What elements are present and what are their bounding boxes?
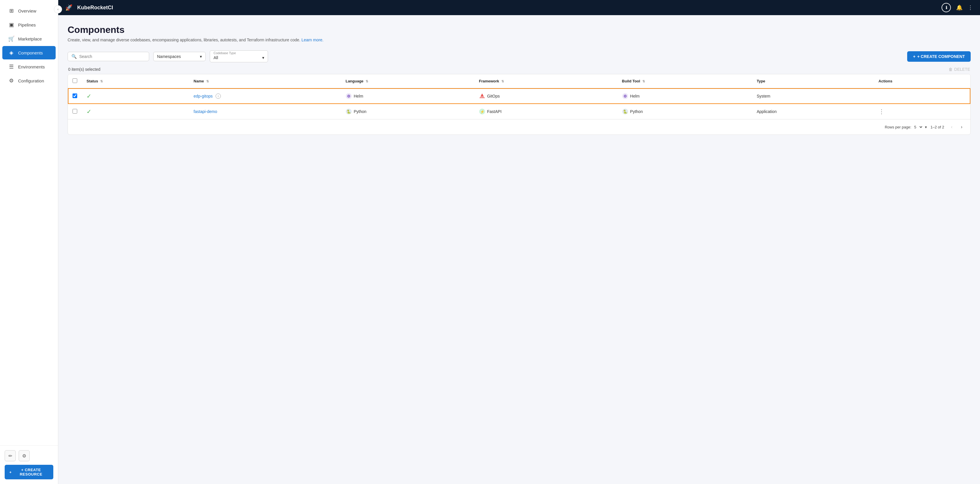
col-status[interactable]: Status ⇅ <box>82 74 189 88</box>
framework-cell-fastapi-demo: ⚡ FastAPI <box>479 108 612 115</box>
chevron-down-icon: ▾ <box>200 54 202 59</box>
framework-value: GitOps <box>487 94 500 98</box>
language-value: Helm <box>354 94 363 98</box>
sort-icon: ⇅ <box>642 79 645 83</box>
sidebar-item-pipelines[interactable]: ▣ Pipelines <box>2 18 56 32</box>
build-tool-cell-edp-gitops: ⚙ Helm <box>622 93 748 99</box>
page-title: Components <box>68 24 970 35</box>
sidebar-item-components[interactable]: ◈ Components <box>2 46 56 59</box>
plus-icon: + <box>10 470 12 474</box>
gear-icon: ⚙ <box>22 453 26 459</box>
chevron-down-icon: ▾ <box>925 125 927 129</box>
sidebar-item-label: Configuration <box>18 78 44 83</box>
search-icon: 🔍 <box>72 54 77 59</box>
type-cell-fastapi-demo: Application <box>752 104 873 119</box>
namespaces-label: Namespaces <box>157 54 181 59</box>
table-row: ✓ edp-gitops i ⚙ Helm GO GitOps ⚙ Helm <box>68 88 970 104</box>
select-all-checkbox[interactable] <box>73 78 77 83</box>
namespaces-dropdown[interactable]: Namespaces ▾ <box>153 52 206 61</box>
sidebar-item-environments[interactable]: ☰ Environments <box>2 60 56 73</box>
build-tool-value: Helm <box>630 94 640 98</box>
framework-cell-edp-gitops: GO GitOps <box>479 93 612 99</box>
row-actions-menu-fastapi-demo[interactable]: ⋮ <box>879 108 885 115</box>
sort-icon: ⇅ <box>501 79 504 83</box>
learn-more-link[interactable]: Learn more. <box>302 38 323 42</box>
sidebar: ‹ ⊞ Overview ▣ Pipelines 🛒 Marketplace ◈… <box>0 0 58 484</box>
sidebar-item-label: Components <box>18 51 43 56</box>
sidebar-nav: ⊞ Overview ▣ Pipelines 🛒 Marketplace ◈ C… <box>0 0 58 445</box>
marketplace-icon: 🛒 <box>8 35 14 42</box>
codebase-type-group: Codebase Type All ▾ <box>210 51 268 62</box>
rows-per-page: Rows per page: 5 10 25 ▾ <box>885 125 927 130</box>
info-icon: ℹ <box>946 5 947 10</box>
row-checkbox-edp-gitops[interactable] <box>73 94 77 98</box>
name-link-edp-gitops[interactable]: edp-gitops <box>194 94 213 98</box>
selected-count: 0 item(s) selected <box>68 67 100 71</box>
type-cell-edp-gitops: System <box>752 88 873 104</box>
configuration-icon: ⚙ <box>8 78 14 84</box>
more-menu-icon[interactable]: ⋮ <box>968 4 973 11</box>
topbar-actions: ℹ 🔔 ⋮ <box>942 3 973 12</box>
col-build-tool[interactable]: Build Tool ⇅ <box>617 74 752 88</box>
logo-icon: 🚀 <box>65 4 73 11</box>
sidebar-item-overview[interactable]: ⊞ Overview <box>2 4 56 17</box>
toolbar: 🔍 Namespaces ▾ Codebase Type All ▾ + + C… <box>68 51 970 62</box>
sidebar-bottom: ✏ ⚙ + + CREATE RESOURCE <box>0 445 58 484</box>
chevron-left-icon: ‹ <box>57 7 59 11</box>
sidebar-item-label: Environments <box>18 64 45 69</box>
components-icon: ◈ <box>8 49 14 56</box>
col-type[interactable]: Type <box>752 74 873 88</box>
bell-icon[interactable]: 🔔 <box>956 4 963 11</box>
table-header-row: Status ⇅ Name ⇅ Language ⇅ Framework <box>68 74 970 88</box>
table-row: ✓ fastapi-demo 🐍 Python ⚡ FastAPI 🐍 Pyth… <box>68 104 970 119</box>
search-input[interactable] <box>79 54 145 59</box>
build-tool-value: Python <box>630 109 643 114</box>
main-wrapper: 🚀 KubeRocketCI ℹ 🔔 ⋮ Components Create, … <box>58 0 980 484</box>
rows-per-page-select[interactable]: 5 10 25 <box>913 125 923 130</box>
name-cell-fastapi-demo: fastapi-demo <box>194 109 336 114</box>
sort-icon: ⇅ <box>366 79 368 83</box>
svg-text:⚙: ⚙ <box>624 94 627 98</box>
page-nav: ‹ › <box>948 123 966 131</box>
main-content: Components Create, view, and manage dive… <box>58 15 980 484</box>
pagination-row: Rows per page: 5 10 25 ▾ 1–2 of 2 ‹ › <box>68 119 970 135</box>
name-cell-edp-gitops: edp-gitops i <box>194 94 336 99</box>
edit-button[interactable]: ✏ <box>5 450 16 461</box>
settings-button[interactable]: ⚙ <box>19 450 30 461</box>
sidebar-item-marketplace[interactable]: 🛒 Marketplace <box>2 32 56 45</box>
topbar: 🚀 KubeRocketCI ℹ 🔔 ⋮ <box>58 0 980 15</box>
prev-page-button[interactable]: ‹ <box>948 123 956 131</box>
col-actions: Actions <box>874 74 970 88</box>
row-checkbox-fastapi-demo[interactable] <box>73 109 77 114</box>
sidebar-item-label: Marketplace <box>18 36 42 41</box>
create-component-button[interactable]: + + CREATE COMPONENT <box>907 51 970 62</box>
col-name[interactable]: Name ⇅ <box>189 74 341 88</box>
delete-button[interactable]: 🗑 DELETE <box>948 67 970 71</box>
col-framework[interactable]: Framework ⇅ <box>474 74 617 88</box>
framework-value: FastAPI <box>487 109 502 114</box>
components-table: Status ⇅ Name ⇅ Language ⇅ Framework <box>68 74 970 119</box>
next-page-button[interactable]: › <box>958 123 966 131</box>
info-icon-edp-gitops[interactable]: i <box>216 94 221 99</box>
create-resource-button[interactable]: + + CREATE RESOURCE <box>5 465 53 479</box>
sort-icon: ⇅ <box>100 79 103 83</box>
svg-text:🐍: 🐍 <box>346 109 352 114</box>
edit-icon: ✏ <box>8 453 12 459</box>
svg-text:⚡: ⚡ <box>480 109 484 114</box>
info-button[interactable]: ℹ <box>942 3 951 12</box>
overview-icon: ⊞ <box>8 8 14 14</box>
sidebar-item-label: Overview <box>18 8 37 13</box>
sort-icon: ⇅ <box>206 79 209 83</box>
pipelines-icon: ▣ <box>8 22 14 28</box>
table-container: Status ⇅ Name ⇅ Language ⇅ Framework <box>68 74 970 135</box>
svg-text:⚙: ⚙ <box>347 94 350 98</box>
name-link-fastapi-demo[interactable]: fastapi-demo <box>194 109 217 114</box>
sidebar-bottom-icons: ✏ ⚙ <box>5 450 53 461</box>
plus-icon: + <box>913 54 915 59</box>
sidebar-collapse-button[interactable]: ‹ <box>54 5 62 13</box>
chevron-down-icon: ▾ <box>262 56 264 60</box>
sidebar-item-configuration[interactable]: ⚙ Configuration <box>2 74 56 87</box>
codebase-type-dropdown[interactable]: All ▾ <box>213 56 264 60</box>
environments-icon: ☰ <box>8 63 14 70</box>
col-language[interactable]: Language ⇅ <box>341 74 474 88</box>
